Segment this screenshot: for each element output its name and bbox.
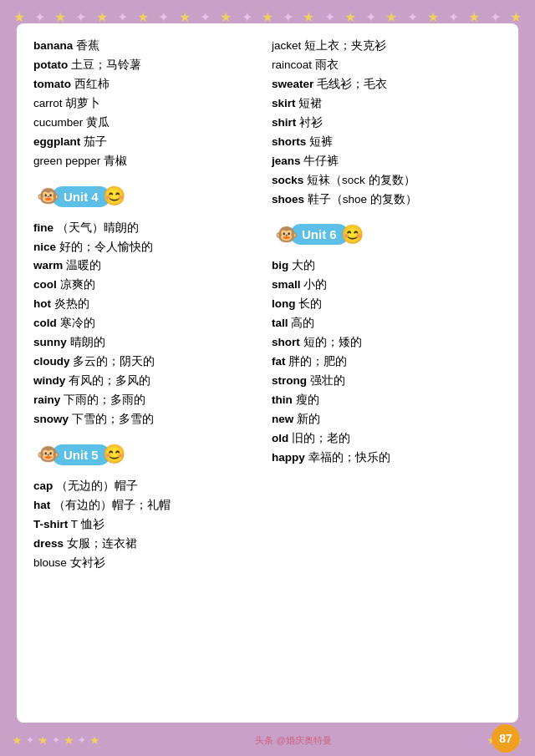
star-4: ✦ <box>75 9 86 25</box>
unit4-header-wrapper: 🐵 Unit 4 😊 <box>52 178 110 214</box>
unit4-vocab: fine （天气）晴朗的 nice 好的；令人愉快的 warm 温暖的 cool… <box>33 219 263 429</box>
bottom-star-7: ★ <box>89 733 100 747</box>
list-item: new 新的 <box>272 410 502 429</box>
list-item: tomato 西红柿 <box>33 75 263 94</box>
list-item: sunny 晴朗的 <box>33 333 263 353</box>
list-item: strong 强壮的 <box>272 372 502 391</box>
star-10: ✦ <box>200 9 211 25</box>
unit5-vocab: cap （无边的）帽子 hat （有边的）帽子；礼帽 T-shirt T 恤衫 … <box>33 477 263 573</box>
star-25: ★ <box>510 9 522 25</box>
star-6: ✦ <box>117 9 128 25</box>
intro-vocab-right: jacket 短上衣；夹克衫 raincoat 雨衣 sweater 毛线衫；毛… <box>272 37 502 209</box>
star-17: ★ <box>344 9 356 25</box>
left-column: banana 香蕉 potato 土豆；马铃薯 tomato 西红柿 carro… <box>33 37 263 573</box>
list-item: raincoat 雨衣 <box>272 56 502 75</box>
list-item: skirt 短裙 <box>272 94 502 114</box>
list-item: cucumber 黄瓜 <box>33 114 263 133</box>
star-14: ✦ <box>283 9 293 25</box>
list-item: shirt 衬衫 <box>272 114 502 133</box>
list-item: hat （有边的）帽子；礼帽 <box>33 496 263 515</box>
list-item: happy 幸福的；快乐的 <box>272 449 502 468</box>
list-item: nice 好的；令人愉快的 <box>33 238 263 257</box>
bottom-bar: ★ ✦ ★ ✦ ★ ✦ ★ 头条 @婚庆奥特曼 ★ ✦ ★ <box>0 724 535 756</box>
star-9: ★ <box>179 9 191 25</box>
list-item: windy 有风的；多风的 <box>33 372 263 391</box>
list-item: banana 香蕉 <box>33 37 263 56</box>
star-15: ★ <box>303 9 314 25</box>
unit6-header: 🐵 Unit 6 😊 <box>290 224 349 245</box>
list-item: cold 寒冷的 <box>33 314 263 333</box>
star-3: ★ <box>54 9 66 25</box>
unit6-emoji-right: 😊 <box>341 224 364 246</box>
star-24: ✦ <box>490 9 501 25</box>
unit4-emoji-left: 🐵 <box>37 185 59 207</box>
list-item: jacket 短上衣；夹克衫 <box>272 37 502 56</box>
list-item: carrot 胡萝卜 <box>33 94 263 114</box>
star-7: ★ <box>137 9 149 25</box>
list-item: cap （无边的）帽子 <box>33 477 263 496</box>
list-item: big 大的 <box>272 256 502 276</box>
list-item: T-shirt T 恤衫 <box>33 515 263 535</box>
unit6-vocab: big 大的 small 小的 long 长的 tall 高的 short 短的… <box>272 256 502 467</box>
list-item: sweater 毛线衫；毛衣 <box>272 75 502 94</box>
star-22: ✦ <box>448 9 459 25</box>
list-item: shoes 鞋子（shoe 的复数） <box>272 190 502 210</box>
list-item: green pepper 青椒 <box>33 152 263 171</box>
unit4-label: Unit 4 <box>64 190 99 204</box>
star-12: ✦ <box>242 9 252 25</box>
bottom-star-3: ★ <box>38 733 48 747</box>
list-item: long 长的 <box>272 295 502 314</box>
list-item: tall 高的 <box>272 314 502 333</box>
list-item: small 小的 <box>272 276 502 295</box>
list-item: thin 瘦的 <box>272 391 502 410</box>
list-item: snowy 下雪的；多雪的 <box>33 410 263 429</box>
list-item: warm 温暖的 <box>33 256 263 276</box>
star-2: ✦ <box>34 9 45 25</box>
content-area: banana 香蕉 potato 土豆；马铃薯 tomato 西红柿 carro… <box>17 23 518 723</box>
star-20: ✦ <box>407 9 418 25</box>
unit5-emoji-right: 😊 <box>103 444 125 465</box>
intro-vocab-left: banana 香蕉 potato 土豆；马铃薯 tomato 西红柿 carro… <box>33 37 263 171</box>
list-item: dress 女服；连衣裙 <box>33 535 263 554</box>
list-item: potato 土豆；马铃薯 <box>33 56 263 75</box>
list-item: jeans 牛仔裤 <box>272 152 502 171</box>
right-column: jacket 短上衣；夹克衫 raincoat 雨衣 sweater 毛线衫；毛… <box>272 37 502 573</box>
unit4-emoji-right: 😊 <box>103 185 125 207</box>
unit6-header-wrapper: 🐵 Unit 6 😊 <box>290 216 349 251</box>
star-5: ★ <box>96 9 108 25</box>
list-item: short 短的；矮的 <box>272 333 502 353</box>
list-item: hot 炎热的 <box>33 295 263 314</box>
list-item: shorts 短裤 <box>272 133 502 152</box>
list-item: cool 凉爽的 <box>33 276 263 295</box>
star-18: ✦ <box>365 9 376 25</box>
page-number: 87 <box>499 732 512 745</box>
star-19: ★ <box>385 9 397 25</box>
list-item: cloudy 多云的；阴天的 <box>33 353 263 372</box>
attribution-text: 头条 @婚庆奥特曼 <box>100 734 487 747</box>
bottom-star-5: ★ <box>64 733 74 747</box>
list-item: fat 胖的；肥的 <box>272 353 502 372</box>
list-item: fine （天气）晴朗的 <box>33 219 263 238</box>
bottom-star-1: ★ <box>12 733 23 747</box>
bottom-star-2: ✦ <box>26 734 34 746</box>
star-21: ★ <box>427 9 439 25</box>
unit5-header-wrapper: 🐵 Unit 5 😊 <box>52 436 110 472</box>
unit5-header: 🐵 Unit 5 😊 <box>52 444 110 465</box>
star-11: ★ <box>220 9 232 25</box>
star-1: ★ <box>13 9 25 25</box>
unit6-emoji-left: 🐵 <box>275 224 298 246</box>
bottom-star-4: ✦ <box>52 734 60 746</box>
unit5-emoji-left: 🐵 <box>37 444 59 465</box>
list-item: socks 短袜（sock 的复数） <box>272 171 502 190</box>
star-13: ★ <box>262 9 273 25</box>
main-columns: banana 香蕉 potato 土豆；马铃薯 tomato 西红柿 carro… <box>33 37 502 573</box>
unit5-label: Unit 5 <box>64 448 99 462</box>
list-item: old 旧的；老的 <box>272 429 502 449</box>
star-16: ✦ <box>324 9 335 25</box>
unit6-label: Unit 6 <box>302 227 337 241</box>
page-number-badge: 87 <box>492 724 520 753</box>
unit4-header: 🐵 Unit 4 😊 <box>52 186 110 207</box>
star-23: ★ <box>468 9 480 25</box>
list-item: blouse 女衬衫 <box>33 554 263 573</box>
bottom-star-6: ✦ <box>78 734 86 746</box>
